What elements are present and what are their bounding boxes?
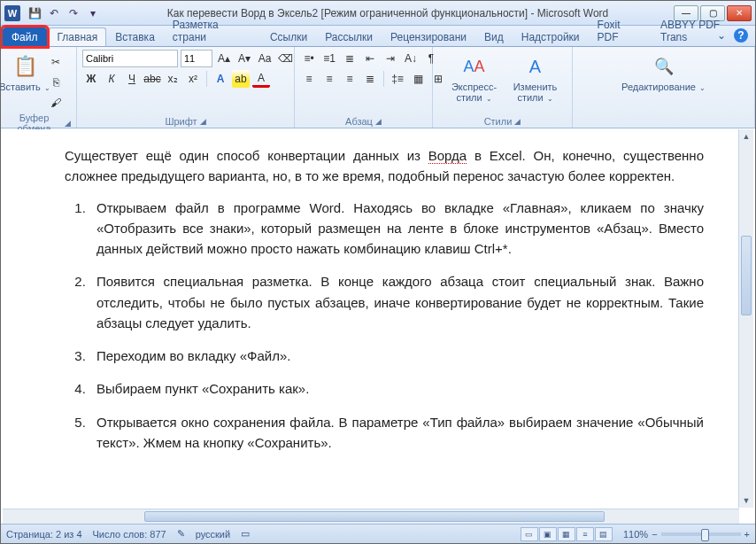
list-item: Выбираем пункт «Сохранить как». bbox=[89, 378, 704, 399]
print-layout-view[interactable]: ▭ bbox=[521, 527, 538, 541]
doc-intro: Существует ещё один способ конвертации д… bbox=[65, 145, 704, 187]
tab-insert[interactable]: Вставка bbox=[106, 27, 164, 46]
qat-customize-icon[interactable]: ▾ bbox=[84, 4, 102, 22]
outdent-icon[interactable]: ⇤ bbox=[361, 50, 379, 67]
change-case-icon[interactable]: Aa bbox=[256, 50, 274, 67]
web-layout-view[interactable]: ▦ bbox=[558, 527, 575, 541]
group-font-label: Шрифт bbox=[165, 116, 197, 127]
tab-review[interactable]: Рецензировани bbox=[382, 27, 475, 46]
list-item: Открывается окно сохранения файла. В пар… bbox=[89, 412, 704, 454]
subscript-button[interactable]: x₂ bbox=[164, 70, 181, 88]
change-styles-button[interactable]: A Изменить стили bbox=[509, 50, 562, 104]
tab-file[interactable]: Файл bbox=[3, 27, 47, 46]
status-bar: Страница: 2 из 4 Число слов: 877 ✎ русск… bbox=[1, 524, 755, 543]
change-styles-icon: A bbox=[522, 53, 549, 80]
status-page[interactable]: Страница: 2 из 4 bbox=[6, 529, 82, 540]
quick-styles-icon: AA bbox=[461, 53, 488, 80]
font-size-select[interactable] bbox=[181, 50, 212, 67]
zoom-level[interactable]: 110% bbox=[623, 529, 648, 540]
tab-foxit[interactable]: Foxit PDF bbox=[589, 15, 652, 46]
list-item: Появится специальная разметка. В конце к… bbox=[89, 271, 704, 333]
line-spacing-icon[interactable]: ‡≡ bbox=[389, 70, 406, 88]
zoom-slider[interactable] bbox=[661, 532, 741, 536]
help-icon[interactable]: ? bbox=[734, 28, 748, 43]
zoom-control: 110% − + bbox=[623, 529, 750, 540]
minimize-ribbon-icon[interactable]: ⌄ bbox=[714, 28, 729, 43]
undo-icon[interactable]: ↶ bbox=[45, 4, 63, 22]
tab-view[interactable]: Вид bbox=[475, 27, 513, 46]
indent-icon[interactable]: ⇥ bbox=[382, 50, 399, 67]
bullets-icon[interactable]: ≡• bbox=[300, 50, 318, 67]
group-clipboard: 📋 Вставить ✂ ⎘ 🖌 Буфер обмена◢ bbox=[1, 47, 77, 128]
fullscreen-view[interactable]: ▣ bbox=[539, 527, 557, 541]
shrink-font-icon[interactable]: A▾ bbox=[235, 50, 253, 67]
scroll-up-icon[interactable]: ▲ bbox=[739, 129, 753, 144]
scroll-thumb[interactable] bbox=[741, 236, 752, 315]
proofing-icon[interactable]: ✎ bbox=[177, 528, 185, 540]
shading-icon[interactable]: ▦ bbox=[409, 70, 427, 88]
tab-home[interactable]: Главная bbox=[49, 27, 107, 46]
save-icon[interactable]: 💾 bbox=[26, 4, 43, 22]
tab-layout[interactable]: Разметка страни bbox=[164, 15, 261, 46]
horizontal-scrollbar[interactable] bbox=[3, 509, 739, 524]
spell-error-word: Ворда bbox=[428, 148, 467, 164]
superscript-button[interactable]: x² bbox=[184, 70, 202, 88]
quick-styles-button[interactable]: AA Экспресс-стили bbox=[444, 50, 505, 104]
align-left-icon[interactable]: ≡ bbox=[300, 70, 318, 88]
view-buttons: ▭ ▣ ▦ ≡ ▤ bbox=[521, 527, 613, 541]
vertical-scrollbar[interactable]: ▲ ▼ bbox=[738, 129, 753, 508]
text-effects-icon[interactable]: A bbox=[212, 70, 229, 88]
tab-references[interactable]: Ссылки bbox=[261, 27, 316, 46]
paragraph-dialog-launcher[interactable]: ◢ bbox=[375, 117, 382, 126]
highlight-icon[interactable]: ab bbox=[232, 70, 250, 88]
underline-button[interactable]: Ч bbox=[123, 70, 141, 88]
group-paragraph-label: Абзац bbox=[345, 116, 373, 127]
sort-icon[interactable]: A↓ bbox=[402, 50, 420, 67]
document-body[interactable]: Существует ещё один способ конвертации д… bbox=[3, 129, 753, 474]
group-styles-label: Стили bbox=[484, 116, 513, 127]
zoom-out-button[interactable]: − bbox=[652, 529, 657, 540]
tab-mailings[interactable]: Рассылки bbox=[316, 27, 382, 46]
group-paragraph: ≡• ≡1 ≣ ⇤ ⇥ A↓ ¶ ≡ ≡ ≡ ≣ ‡≡ ▦ ⊞ Абзац◢ bbox=[295, 47, 433, 128]
styles-dialog-launcher[interactable]: ◢ bbox=[514, 117, 521, 126]
status-language[interactable]: русский bbox=[196, 529, 230, 540]
bold-button[interactable]: Ж bbox=[82, 70, 100, 88]
font-dialog-launcher[interactable]: ◢ bbox=[200, 117, 206, 126]
italic-button[interactable]: К bbox=[103, 70, 120, 88]
clear-format-icon[interactable]: ⌫ bbox=[276, 50, 294, 67]
scroll-down-icon[interactable]: ▼ bbox=[739, 493, 753, 508]
font-color-icon[interactable]: A bbox=[252, 70, 270, 88]
group-font: A▴ A▾ Aa ⌫ Ж К Ч abc x₂ x² A ab A Шрифт◢ bbox=[77, 47, 295, 128]
redo-icon[interactable]: ↷ bbox=[65, 4, 82, 22]
clipboard-dialog-launcher[interactable]: ◢ bbox=[65, 119, 71, 128]
strike-button[interactable]: abc bbox=[143, 70, 161, 88]
list-item: Переходим во вкладку «Файл». bbox=[89, 346, 704, 366]
group-editing: 🔍 Редактирование bbox=[573, 47, 755, 128]
paste-button[interactable]: 📋 Вставить bbox=[6, 50, 43, 93]
align-right-icon[interactable]: ≡ bbox=[341, 70, 359, 88]
format-painter-icon[interactable]: 🖌 bbox=[47, 94, 65, 112]
numbering-icon[interactable]: ≡1 bbox=[320, 50, 338, 67]
cut-icon[interactable]: ✂ bbox=[47, 53, 65, 71]
zoom-in-button[interactable]: + bbox=[744, 529, 750, 540]
group-styles: AA Экспресс-стили A Изменить стили Стили… bbox=[433, 47, 573, 128]
doc-list: Открываем файл в программе Word. Находяс… bbox=[89, 198, 704, 454]
hscroll-thumb[interactable] bbox=[144, 511, 605, 522]
ribbon: 📋 Вставить ✂ ⎘ 🖌 Буфер обмена◢ A▴ A▾ Aa … bbox=[1, 47, 755, 128]
status-words[interactable]: Число слов: 877 bbox=[93, 529, 166, 540]
insert-mode-icon[interactable]: ▭ bbox=[241, 528, 250, 540]
multilevel-icon[interactable]: ≣ bbox=[341, 50, 359, 67]
outline-view[interactable]: ≡ bbox=[576, 527, 594, 541]
align-center-icon[interactable]: ≡ bbox=[320, 70, 338, 88]
word-app-icon: W bbox=[4, 5, 20, 21]
draft-view[interactable]: ▤ bbox=[595, 527, 613, 541]
quick-access-toolbar: 💾 ↶ ↷ ▾ bbox=[26, 4, 102, 22]
font-name-select[interactable] bbox=[82, 50, 178, 67]
justify-icon[interactable]: ≣ bbox=[361, 70, 379, 88]
editing-button[interactable]: 🔍 Редактирование bbox=[624, 50, 704, 93]
clipboard-icon: 📋 bbox=[12, 53, 38, 80]
tab-addins[interactable]: Надстройки bbox=[513, 27, 589, 46]
grow-font-icon[interactable]: A▴ bbox=[215, 50, 233, 67]
copy-icon[interactable]: ⎘ bbox=[47, 74, 65, 91]
ribbon-tabs: Файл Главная Вставка Разметка страни Ссы… bbox=[1, 26, 755, 47]
